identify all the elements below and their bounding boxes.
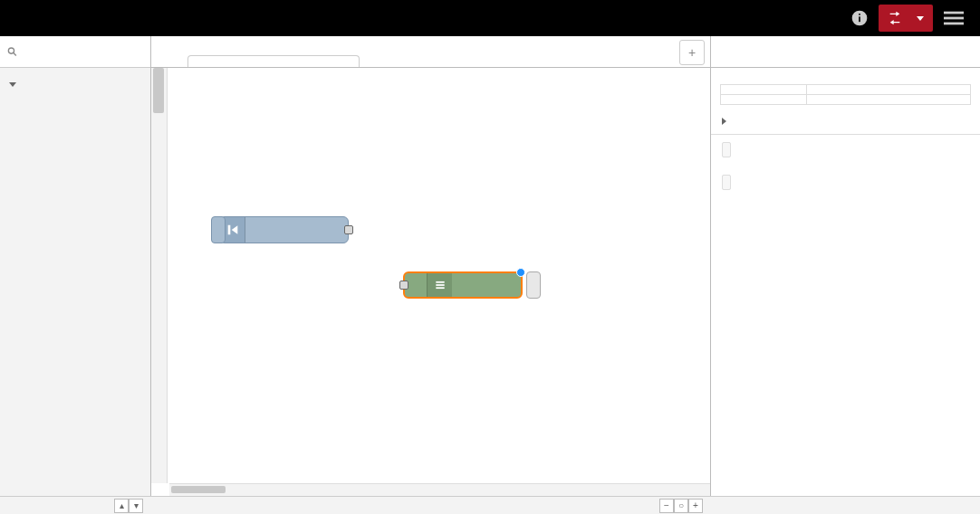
svg-rect-8 (436, 281, 444, 283)
filter-nodes-input[interactable] (23, 44, 143, 59)
table-row (721, 95, 971, 105)
node-help-text (711, 134, 980, 210)
filter-nodes-box (0, 36, 150, 68)
palette-category-output[interactable] (0, 75, 150, 94)
chevron-down-icon (917, 16, 924, 21)
status-bar: ▴ ▾ − ○ + (0, 496, 980, 514)
node-inject-timestamp[interactable] (219, 216, 349, 243)
svg-rect-2 (859, 14, 860, 15)
svg-line-7 (14, 52, 16, 55)
palette-scroll[interactable] (0, 68, 150, 496)
debug-toggle-button[interactable] (526, 271, 541, 299)
svg-rect-3 (944, 12, 964, 14)
info-node-heading (711, 68, 980, 84)
svg-rect-1 (859, 16, 860, 22)
canvas-v-scrollbar[interactable] (151, 68, 168, 483)
type-value (807, 85, 971, 95)
search-icon (7, 46, 17, 57)
input-port[interactable] (399, 281, 408, 290)
deploy-icon (888, 11, 902, 25)
node-info-table (720, 84, 971, 105)
table-row (721, 85, 971, 95)
info-icon[interactable] (850, 8, 870, 28)
svg-rect-9 (436, 284, 444, 286)
workspace: + (151, 36, 710, 496)
properties-toggle[interactable] (711, 114, 980, 134)
zoom-out-button[interactable]: − (659, 499, 674, 513)
type-label (721, 85, 807, 95)
output-port[interactable] (344, 225, 353, 234)
tab-flow-1[interactable] (187, 55, 360, 67)
sidebar (710, 36, 980, 496)
id-value (807, 95, 971, 105)
node-palette (0, 36, 151, 496)
menu-icon[interactable] (944, 8, 964, 28)
svg-point-6 (8, 48, 14, 53)
node-debug-msgpayload[interactable] (403, 271, 523, 299)
zoom-reset-button[interactable]: ○ (674, 499, 688, 513)
zoom-in-button[interactable]: + (688, 499, 703, 513)
debug-icon (427, 273, 452, 297)
add-tab-button[interactable]: + (679, 40, 705, 65)
svg-rect-5 (944, 23, 964, 25)
chevron-down-icon (9, 82, 16, 87)
palette-toggle-up[interactable]: ▴ (114, 499, 129, 513)
id-label (721, 95, 807, 105)
flow-tabs: + (151, 36, 710, 68)
app-header (0, 0, 980, 36)
palette-toggle-down[interactable]: ▾ (129, 499, 143, 513)
svg-rect-4 (944, 17, 964, 20)
flow-canvas[interactable] (169, 68, 710, 483)
deploy-button[interactable] (879, 5, 933, 32)
changed-indicator-icon (516, 268, 525, 277)
chevron-right-icon (722, 118, 726, 125)
canvas-h-scrollbar[interactable] (169, 483, 710, 496)
inject-button[interactable] (211, 216, 226, 243)
sidebar-tabs (711, 36, 980, 68)
svg-rect-10 (436, 287, 444, 289)
sidebar-content[interactable] (711, 68, 980, 496)
